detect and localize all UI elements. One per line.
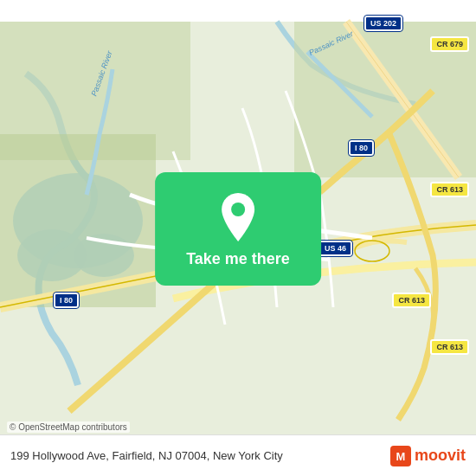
cr613-bot-shield: CR 613: [430, 339, 469, 355]
copyright-text: © OpenStreetMap contributors: [7, 421, 130, 433]
svg-point-8: [231, 203, 245, 216]
cr613-mid-shield: CR 613: [392, 293, 431, 308]
i80-sw-shield: I 80: [54, 293, 79, 308]
us46-shield: US 46: [318, 241, 352, 256]
location-pin-icon: [217, 193, 259, 241]
bottom-bar: 199 Hollywood Ave, Fairfield, NJ 07004, …: [0, 434, 476, 476]
i80-ne-shield: I 80: [349, 140, 374, 156]
us202-shield: US 202: [364, 16, 402, 31]
svg-text:M: M: [396, 450, 406, 463]
map-container: Passaic River Passaic River Take me ther…: [0, 0, 476, 476]
moovit-logo: M moovit: [390, 446, 466, 466]
moovit-logo-text: moovit: [415, 447, 466, 465]
action-card: Take me there: [155, 172, 321, 286]
moovit-icon: M: [390, 446, 411, 466]
cr679-shield: CR 679: [430, 36, 469, 52]
cr613-top-shield: CR 613: [430, 182, 469, 197]
address-text: 199 Hollywood Ave, Fairfield, NJ 07004, …: [10, 449, 390, 462]
take-me-there-button[interactable]: Take me there: [186, 250, 290, 268]
